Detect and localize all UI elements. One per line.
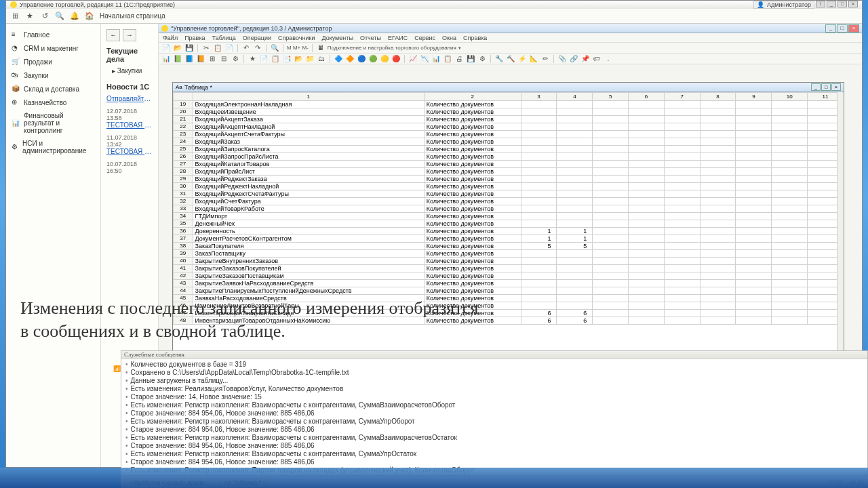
table-maximize-button[interactable]: □ xyxy=(821,83,831,91)
maximize-button[interactable]: □ xyxy=(837,1,847,7)
toolbar-icon[interactable]: 📌 xyxy=(580,54,590,64)
sidebar-item-1[interactable]: ◔CRM и маркетинг xyxy=(6,41,100,55)
table-row[interactable]: 19ВходящаяЭлектроннаяНакладнаяКоличество… xyxy=(174,101,844,108)
toolbar-icon[interactable]: 📂 xyxy=(294,54,303,64)
toolbar-icon[interactable]: 🔴 xyxy=(391,54,401,64)
sidebar-item-2[interactable]: 🛒Продажи xyxy=(6,55,100,68)
inner-maximize-button[interactable]: □ xyxy=(837,24,848,33)
toolbar-icon[interactable]: 🔗 xyxy=(569,54,578,64)
toolbar-icon[interactable]: . xyxy=(604,54,613,64)
table-row[interactable]: 44ЗакрытиеПланируемыхПоступленийДенежных… xyxy=(174,287,844,295)
toolbar-icon[interactable]: 🔶 xyxy=(345,54,355,64)
toolbar-icon[interactable]: 📋 xyxy=(271,54,280,64)
toolbar-icon[interactable]: 🏷 xyxy=(592,54,601,64)
close-button[interactable]: × xyxy=(848,1,858,7)
toolbar-icon[interactable]: 📙 xyxy=(196,54,205,64)
sidebar-item-0[interactable]: ≡Главное xyxy=(6,28,100,41)
table-row[interactable]: 24ВходящийЗаказКоличество документов xyxy=(174,138,844,146)
toolbar-icon[interactable]: ⚙ xyxy=(231,54,240,64)
find-icon[interactable]: 🔍 xyxy=(270,43,279,53)
table-row[interactable]: 41ЗакрытиеЗаказовПокупателейКоличество д… xyxy=(174,265,844,272)
vertical-scrollbar[interactable] xyxy=(837,92,844,351)
toolbar-icon[interactable]: 🔧 xyxy=(494,54,504,64)
table-row[interactable]: 26ВходящийЗапросПрайсЛистаКоличество док… xyxy=(174,153,844,161)
table-row[interactable]: 22ВходящийАкцептНакладнойКоличество доку… xyxy=(174,123,844,131)
calc-icon[interactable]: 🖩 xyxy=(316,43,326,53)
table-row[interactable]: 42ЗакрытиеЗаказовПоставщикамКоличество д… xyxy=(174,272,844,280)
menu-егаис[interactable]: ЕГАИС xyxy=(388,35,408,41)
toolbar-icon[interactable]: 🟡 xyxy=(380,54,389,64)
toolbar-icon[interactable]: 🗂 xyxy=(317,54,326,64)
toolbar-icon[interactable]: ⚙ xyxy=(477,54,487,64)
table-row[interactable]: 32ВходящийСчетФактураКоличество документ… xyxy=(174,198,844,205)
menu-справочники[interactable]: Справочники xyxy=(278,35,315,41)
star-icon[interactable]: ★ xyxy=(25,12,35,21)
nav-fwd-button[interactable]: → xyxy=(123,29,136,41)
toolbar-icon[interactable]: 📈 xyxy=(408,54,418,64)
history-icon[interactable]: ↺ xyxy=(40,12,50,21)
menu-окна[interactable]: Окна xyxy=(442,35,456,41)
table-minimize-button[interactable]: _ xyxy=(811,83,821,91)
table-row[interactable]: 28ВходящийПрайсЛистКоличество документов xyxy=(174,168,844,176)
news-link[interactable]: Отправляйте и получ xyxy=(106,95,153,102)
menu-отчеты[interactable]: Отчеты xyxy=(360,35,381,41)
toolbar-icon[interactable]: 📊 xyxy=(161,54,171,64)
toolbar-icon[interactable]: ⊟ xyxy=(219,54,229,64)
toolbar-icon[interactable]: 🔷 xyxy=(334,54,343,64)
toolbar-icon[interactable]: 📉 xyxy=(420,54,429,64)
tb-text[interactable]: Подключение и настройка торгового оборуд… xyxy=(328,45,456,51)
toolbar-icon[interactable]: 📋 xyxy=(443,54,452,64)
toolbar-icon[interactable]: 🔵 xyxy=(357,54,366,64)
table-row[interactable]: 39ЗаказПоставщикуКоличество документов xyxy=(174,250,844,258)
nav-back-button[interactable]: ← xyxy=(106,29,120,41)
home-icon[interactable]: 🏠 xyxy=(85,12,94,21)
sidebar-item-7[interactable]: ⚙НСИ и администрирование xyxy=(6,137,100,157)
toolbar-icon[interactable]: 🟢 xyxy=(368,54,378,64)
bell-icon[interactable]: 🔔 xyxy=(70,12,79,21)
messages-body[interactable]: •Количество документов в базе = 319•Сохр… xyxy=(121,359,867,476)
menu-документы[interactable]: Документы xyxy=(321,35,353,41)
sidebar-item-4[interactable]: 📦Склад и доставка xyxy=(6,82,100,96)
menu-операции[interactable]: Операции xyxy=(243,35,271,41)
undo-icon[interactable]: ↶ xyxy=(241,43,251,53)
cut-icon[interactable]: ✂ xyxy=(201,43,211,53)
table-row[interactable]: 21ВходящийАкцептЗаказаКоличество докумен… xyxy=(174,116,844,123)
toolbar-icon[interactable]: 📁 xyxy=(305,54,315,64)
menu-правка[interactable]: Правка xyxy=(184,35,205,41)
sidebar-item-5[interactable]: ⊕Казначейство xyxy=(6,96,100,109)
user-badge[interactable]: 👤 Администратор xyxy=(753,1,814,9)
sidebar-item-3[interactable]: 🛍Закупки xyxy=(6,68,100,82)
table-row[interactable]: 29ВходящийРеджектЗаказаКоличество докуме… xyxy=(174,176,844,183)
menu-таблица[interactable]: Таблица xyxy=(212,35,236,41)
table-row[interactable]: 38ЗаказПокупателяКоличество документов55 xyxy=(174,243,844,250)
table-row[interactable]: 37ДокументРасчетовСКонтрагентомКоличеств… xyxy=(174,235,844,243)
toolbar-icon[interactable]: 📐 xyxy=(529,54,538,64)
table-row[interactable]: 34ГТДИмпортКоличество документов xyxy=(174,213,844,220)
toolbar-icon[interactable]: 🔨 xyxy=(506,54,515,64)
table-row[interactable]: 43ЗакрытиеЗаявокНаРасходованиеСредствКол… xyxy=(174,280,844,287)
table-row[interactable]: 36ДоверенностьКоличество документов11 xyxy=(174,228,844,235)
toolbar-icon[interactable]: ⚡ xyxy=(517,54,527,64)
table-row[interactable]: 40ЗакрытиеВнутреннихЗаказовКоличество до… xyxy=(174,258,844,265)
table-row[interactable]: 27ВходящийКаталогТоваровКоличество докум… xyxy=(174,161,844,168)
table-row[interactable]: 23ВходящийАкцептСчетаФактурыКоличество д… xyxy=(174,131,844,138)
current-item[interactable]: ▸ Закупки xyxy=(112,67,153,75)
table-row[interactable]: 20ВходящееИзвещениеКоличество документов xyxy=(174,108,844,116)
info-icon[interactable]: i xyxy=(816,1,825,7)
toolbar-icon[interactable]: ★ xyxy=(248,54,257,64)
table-row[interactable]: 30ВходящийРеджектНакладнойКоличество док… xyxy=(174,183,844,190)
table-row[interactable]: 35ДенежныйЧекКоличество документов xyxy=(174,220,844,228)
toolbar-icon[interactable]: 📎 xyxy=(557,54,567,64)
toolbar-icon[interactable]: ⊞ xyxy=(208,54,217,64)
windows-taskbar[interactable] xyxy=(0,468,868,488)
search-icon[interactable]: 🔍 xyxy=(55,12,64,21)
toolbar-icon[interactable]: 🖨 xyxy=(454,54,464,64)
menu-справка[interactable]: Справка xyxy=(463,35,487,41)
toolbar-icon[interactable]: 📊 xyxy=(431,54,441,64)
paste-icon[interactable]: 📄 xyxy=(224,43,234,53)
toolbar-icon[interactable]: 📗 xyxy=(173,54,182,64)
table-row[interactable]: 31ВходящийРеджектСчетаФактурыКоличество … xyxy=(174,190,844,198)
toolbar-icon[interactable]: 📑 xyxy=(282,54,292,64)
home-label[interactable]: Начальная страница xyxy=(100,12,165,20)
copy-icon[interactable]: 📋 xyxy=(213,43,222,53)
